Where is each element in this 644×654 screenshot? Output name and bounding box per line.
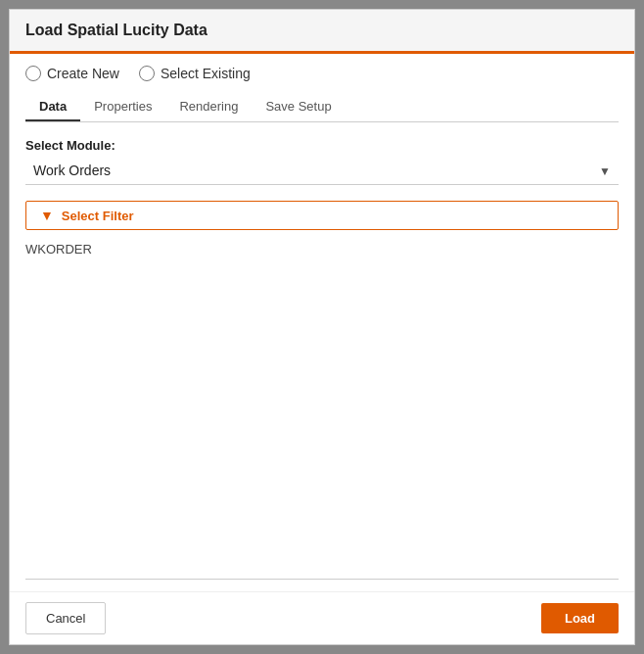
dialog-footer: Cancel Load [10,591,634,644]
data-textarea[interactable] [25,264,619,580]
filter-icon: ▼ [40,208,54,223]
select-existing-radio-label[interactable]: Select Existing [139,66,251,81]
select-existing-radio[interactable] [139,66,155,81]
load-spatial-dialog: Load Spatial Lucity Data Create New Sele… [9,9,635,645]
radio-group: Create New Select Existing [25,66,619,81]
create-new-label: Create New [47,66,119,81]
dialog-title: Load Spatial Lucity Data [25,22,207,38]
dialog-header: Load Spatial Lucity Data [10,10,634,54]
tab-properties[interactable]: Properties [80,93,165,121]
create-new-radio[interactable] [25,66,41,81]
module-select-wrapper: Work Orders Assets Inspections ▼ [25,157,619,185]
select-existing-label: Select Existing [161,66,251,81]
tab-save-setup[interactable]: Save Setup [252,93,345,121]
dialog-body: Create New Select Existing Data Properti… [10,54,634,591]
tab-data[interactable]: Data [25,93,80,121]
select-filter-button[interactable]: ▼ Select Filter [25,201,619,230]
select-module-label: Select Module: [25,138,619,153]
tab-rendering[interactable]: Rendering [165,93,252,121]
select-filter-label: Select Filter [62,209,134,223]
cancel-button[interactable]: Cancel [25,602,106,634]
module-select[interactable]: Work Orders Assets Inspections [25,157,619,185]
create-new-radio-label[interactable]: Create New [25,66,119,81]
load-button[interactable]: Load [541,603,619,633]
filter-text-value: WKORDER [25,242,619,257]
textarea-section [25,264,619,580]
tabs-container: Data Properties Rendering Save Setup [25,93,619,122]
